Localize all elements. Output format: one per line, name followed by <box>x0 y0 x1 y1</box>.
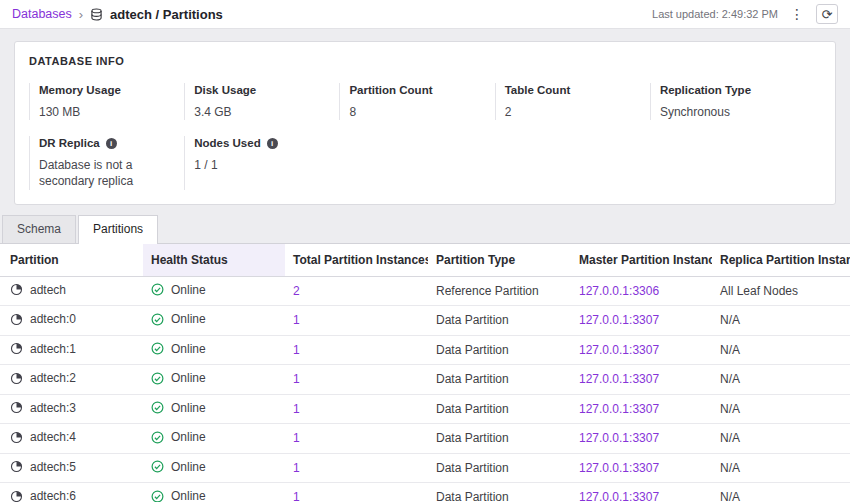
total-instances-link[interactable]: 1 <box>293 461 300 475</box>
online-check-icon <box>151 460 164 473</box>
health-status-text: Online <box>171 489 206 502</box>
partition-pie-icon <box>10 313 23 326</box>
master-instance-link[interactable]: 127.0.0.1:3307 <box>579 461 659 475</box>
stat-nodes-used: Nodes Used i 1 / 1 <box>184 136 339 189</box>
stat-value: 3.4 GB <box>194 104 325 120</box>
column-header-partition-type[interactable]: Partition Type <box>428 244 571 277</box>
last-updated-text: Last updated: 2:49:32 PM <box>652 8 778 20</box>
partition-type-text: Data Partition <box>436 490 509 502</box>
partition-name: adtech <box>30 283 66 297</box>
stat-label: Nodes Used <box>194 137 260 149</box>
database-info-card: DATABASE INFO Memory Usage 130 MB Disk U… <box>14 41 836 205</box>
table-row[interactable]: adtech:5 Online 1 Data Partition 127.0.0… <box>0 453 850 483</box>
health-status-text: Online <box>171 342 206 356</box>
online-check-icon <box>151 431 164 444</box>
table-row[interactable]: adtech:0 Online 1 Data Partition 127.0.0… <box>0 306 850 336</box>
total-instances-link[interactable]: 1 <box>293 490 300 502</box>
replica-instance-text: N/A <box>720 402 740 416</box>
online-check-icon <box>151 342 164 355</box>
master-instance-link[interactable]: 127.0.0.1:3307 <box>579 343 659 357</box>
stat-value: Synchronous <box>660 104 791 120</box>
health-status-text: Online <box>171 283 206 297</box>
health-status-text: Online <box>171 401 206 415</box>
master-instance-link[interactable]: 127.0.0.1:3307 <box>579 402 659 416</box>
partition-type-text: Data Partition <box>436 372 509 386</box>
master-instance-link[interactable]: 127.0.0.1:3307 <box>579 431 659 445</box>
stat-label: Memory Usage <box>39 84 121 96</box>
partition-type-text: Data Partition <box>436 343 509 357</box>
partition-pie-icon <box>10 490 23 502</box>
stat-label: DR Replica <box>39 137 100 149</box>
column-header-master-partition-instance[interactable]: Master Partition Instance ... <box>571 244 712 277</box>
topbar-actions: Last updated: 2:49:32 PM ⋮ ⟳ <box>652 4 838 24</box>
refresh-button[interactable]: ⟳ <box>816 4 838 24</box>
partition-pie-icon <box>10 431 23 444</box>
partitions-table: PartitionHealth StatusTotal Partition In… <box>0 244 850 502</box>
table-header-row: PartitionHealth StatusTotal Partition In… <box>0 244 850 277</box>
replica-instance-text: All Leaf Nodes <box>720 284 798 298</box>
stat-label: Disk Usage <box>194 84 256 96</box>
info-icon[interactable]: i <box>106 138 117 149</box>
stat-partition-count: Partition Count 8 <box>339 83 494 120</box>
total-instances-link[interactable]: 2 <box>293 284 300 298</box>
database-icon <box>90 8 103 21</box>
master-instance-link[interactable]: 127.0.0.1:3307 <box>579 490 659 502</box>
online-check-icon <box>151 313 164 326</box>
stat-value: 2 <box>505 104 636 120</box>
stat-value: 8 <box>349 104 480 120</box>
total-instances-link[interactable]: 1 <box>293 313 300 327</box>
kebab-menu-button[interactable]: ⋮ <box>790 7 804 21</box>
info-icon[interactable]: i <box>267 138 278 149</box>
replica-instance-text: N/A <box>720 431 740 445</box>
breadcrumb-databases-link[interactable]: Databases <box>12 7 72 21</box>
health-status-text: Online <box>171 430 206 444</box>
column-header-total-partition-instances[interactable]: Total Partition Instances <box>285 244 428 277</box>
column-header-health-status[interactable]: Health Status <box>143 244 285 277</box>
master-instance-link[interactable]: 127.0.0.1:3306 <box>579 284 659 298</box>
partition-pie-icon <box>10 401 23 414</box>
health-status-text: Online <box>171 371 206 385</box>
column-header-replica-partition-instance[interactable]: Replica Partition Instance ... <box>712 244 850 277</box>
column-header-partition[interactable]: Partition <box>0 244 143 277</box>
partition-type-text: Data Partition <box>436 313 509 327</box>
partition-name: adtech:4 <box>30 430 76 444</box>
replica-instance-text: N/A <box>720 343 740 357</box>
stat-label: Table Count <box>505 84 571 96</box>
topbar: Databases › adtech / Partitions Last upd… <box>0 0 850 29</box>
database-info-title: DATABASE INFO <box>29 55 821 67</box>
partition-pie-icon <box>10 283 23 296</box>
partition-pie-icon <box>10 460 23 473</box>
replica-instance-text: N/A <box>720 461 740 475</box>
table-row[interactable]: adtech:1 Online 1 Data Partition 127.0.0… <box>0 335 850 365</box>
online-check-icon <box>151 372 164 385</box>
total-instances-link[interactable]: 1 <box>293 402 300 416</box>
online-check-icon <box>151 283 164 296</box>
health-status-text: Online <box>171 460 206 474</box>
partition-name: adtech:0 <box>30 312 76 326</box>
table-row[interactable]: adtech:4 Online 1 Data Partition 127.0.0… <box>0 424 850 454</box>
breadcrumb: Databases › adtech / Partitions <box>12 7 223 22</box>
replica-instance-text: N/A <box>720 313 740 327</box>
table-row[interactable]: adtech:3 Online 1 Data Partition 127.0.0… <box>0 394 850 424</box>
total-instances-link[interactable]: 1 <box>293 431 300 445</box>
table-row[interactable]: adtech:6 Online 1 Data Partition 127.0.0… <box>0 483 850 502</box>
partition-pie-icon <box>10 372 23 385</box>
table-row[interactable]: adtech:2 Online 1 Data Partition 127.0.0… <box>0 365 850 395</box>
partition-type-text: Reference Partition <box>436 284 539 298</box>
stat-value: Database is not a secondary replica <box>39 157 170 189</box>
stat-memory-usage: Memory Usage 130 MB <box>29 83 184 120</box>
replica-instance-text: N/A <box>720 490 740 502</box>
tab-schema[interactable]: Schema <box>2 215 76 243</box>
tab-partitions[interactable]: Partitions <box>78 215 158 243</box>
stat-label: Replication Type <box>660 84 751 96</box>
master-instance-link[interactable]: 127.0.0.1:3307 <box>579 313 659 327</box>
total-instances-link[interactable]: 1 <box>293 372 300 386</box>
stat-replication-type: Replication Type Synchronous <box>650 83 805 120</box>
total-instances-link[interactable]: 1 <box>293 343 300 357</box>
page-title: adtech / Partitions <box>110 7 223 22</box>
partition-name: adtech:3 <box>30 401 76 415</box>
stat-value: 1 / 1 <box>194 157 325 173</box>
master-instance-link[interactable]: 127.0.0.1:3307 <box>579 372 659 386</box>
online-check-icon <box>151 490 164 502</box>
table-row[interactable]: adtech Online 2 Reference Partition 127.… <box>0 276 850 306</box>
